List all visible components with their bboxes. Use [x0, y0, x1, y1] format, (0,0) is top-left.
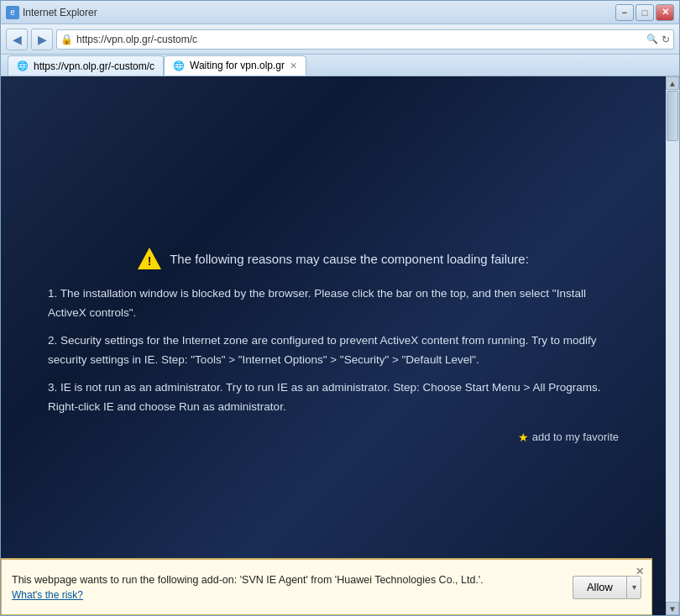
notification-right: Allow ▾ [573, 576, 641, 599]
favorite-text: add to my favorite [532, 431, 619, 443]
window-title: Internet Explorer [23, 7, 97, 18]
favorite-link[interactable]: ★ add to my favorite [48, 431, 619, 444]
warning-icon: ! [138, 248, 161, 269]
step3-text: 3. IE is not run as an administrator. Tr… [48, 378, 619, 417]
info-list: 1. The installation window is blocked by… [48, 285, 619, 417]
heading-text: The following reasons may cause the comp… [170, 252, 529, 266]
address-bar: 🔒 https://vpn.olp.gr/-custom/c 🔍 ↻ [56, 29, 674, 50]
close-button[interactable]: ✕ [656, 4, 674, 21]
tab-2-label: Waiting for vpn.olp.gr [190, 60, 285, 71]
maximize-button[interactable]: □ [636, 4, 654, 21]
tab-1-label: https://vpn.olp.gr/-custom/c [34, 60, 154, 72]
info-box: ! The following reasons may cause the co… [48, 248, 619, 444]
allow-button[interactable]: Allow [573, 576, 626, 599]
address-text: https://vpn.olp.gr/-custom/c [76, 34, 643, 45]
refresh-button[interactable]: ↻ [662, 34, 670, 45]
whats-risk-link[interactable]: What's the risk? [12, 589, 559, 601]
tab-1[interactable]: 🌐 https://vpn.olp.gr/-custom/c [8, 55, 164, 76]
tab-1-icon: 🌐 [17, 60, 29, 71]
notification-close-button[interactable]: ✕ [633, 565, 646, 578]
address-search-icon: 🔍 [646, 34, 658, 44]
scroll-track[interactable] [666, 90, 679, 602]
forward-button[interactable]: ▶ [31, 29, 53, 50]
ie-icon: e [6, 6, 19, 19]
scroll-thumb[interactable] [667, 91, 678, 141]
nav-bar: ◀ ▶ 🔒 https://vpn.olp.gr/-custom/c 🔍 ↻ [1, 24, 679, 55]
title-bar-left: e Internet Explorer [6, 6, 97, 19]
notification-bar: This webpage wants to run the following … [1, 558, 652, 615]
info-heading: ! The following reasons may cause the co… [48, 248, 619, 269]
notification-left: This webpage wants to run the following … [12, 574, 559, 601]
scroll-up-arrow[interactable]: ▲ [666, 76, 679, 90]
tab-2[interactable]: 🌐 Waiting for vpn.olp.gr ✕ [164, 55, 306, 76]
browser-window: e Internet Explorer − □ ✕ ◀ ▶ 🔒 https://… [0, 0, 680, 616]
tab-bar: 🌐 https://vpn.olp.gr/-custom/c 🌐 Waiting… [1, 55, 679, 76]
page-content: ! The following reasons may cause the co… [1, 76, 666, 615]
tab-2-icon: 🌐 [173, 60, 185, 71]
scroll-down-arrow[interactable]: ▼ [666, 602, 679, 615]
title-bar: e Internet Explorer − □ ✕ [1, 1, 679, 24]
content-area: ! The following reasons may cause the co… [1, 76, 679, 615]
minimize-button[interactable]: − [615, 4, 634, 21]
tab-2-close[interactable]: ✕ [290, 60, 297, 71]
ssl-icon: 🔒 [60, 34, 73, 45]
step2-text: 2. Security settings for the Internet zo… [48, 331, 619, 370]
scrollbar[interactable]: ▲ ▼ [666, 76, 679, 615]
step1-text: 1. The installation window is blocked by… [48, 285, 619, 323]
warning-inner: ! [148, 254, 152, 268]
back-button[interactable]: ◀ [6, 29, 28, 50]
notification-text: This webpage wants to run the following … [12, 574, 559, 586]
star-icon: ★ [518, 431, 529, 444]
allow-dropdown-button[interactable]: ▾ [626, 576, 641, 599]
window-controls: − □ ✕ [615, 4, 674, 21]
